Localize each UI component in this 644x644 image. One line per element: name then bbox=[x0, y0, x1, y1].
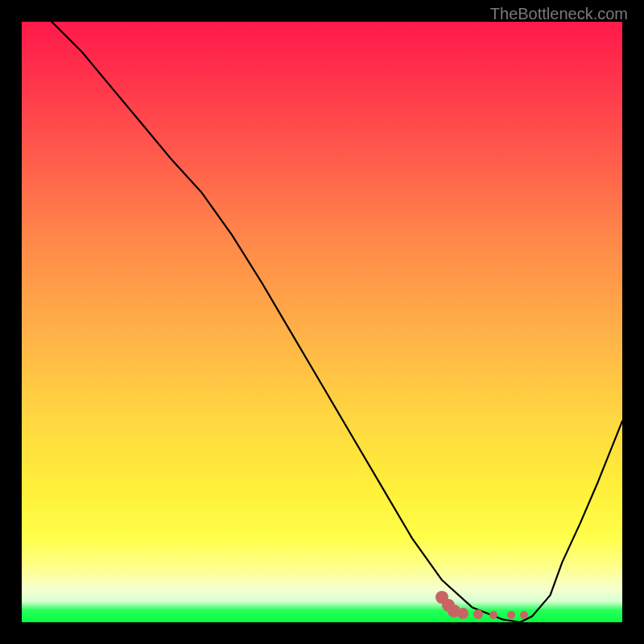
optimal-marker bbox=[457, 608, 469, 619]
optimal-marker bbox=[489, 611, 497, 619]
chart-frame bbox=[22, 22, 622, 622]
optimal-marker bbox=[520, 611, 528, 619]
optimal-marker bbox=[507, 611, 515, 619]
watermark-text: TheBottleneck.com bbox=[490, 5, 628, 23]
bottleneck-curve bbox=[22, 22, 622, 622]
